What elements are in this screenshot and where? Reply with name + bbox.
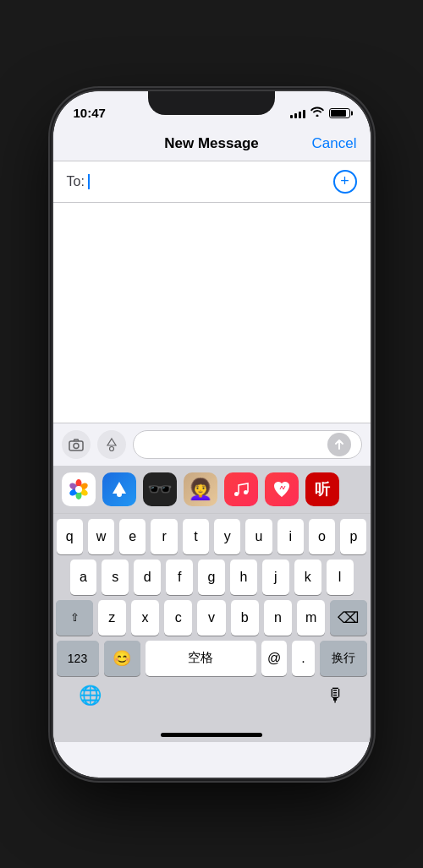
svg-rect-0 <box>69 441 83 450</box>
key-q[interactable]: q <box>57 519 83 554</box>
wifi-icon <box>310 106 324 119</box>
key-h[interactable]: h <box>230 560 257 595</box>
key-s[interactable]: s <box>102 560 129 595</box>
phone-frame: 10:47 <box>53 91 371 778</box>
return-key[interactable]: 换行 <box>320 641 367 676</box>
mic-button[interactable]: 🎙 <box>327 685 345 707</box>
to-label: To: <box>67 174 85 189</box>
message-input[interactable] <box>133 430 362 459</box>
bottom-bar: 🌐 🎙 <box>53 676 371 718</box>
key-d[interactable]: d <box>134 560 161 595</box>
keyboard-row-3: ⇧zxcvbnm⌫ <box>53 595 371 636</box>
battery-fill <box>331 110 347 117</box>
key-t[interactable]: t <box>183 519 209 554</box>
heartbreak-app-icon[interactable] <box>265 472 299 506</box>
music-app-icon[interactable] <box>224 472 258 506</box>
emoji-key[interactable]: 😊 <box>104 641 141 676</box>
memoji2-app-icon[interactable]: 👩‍🦱 <box>184 472 217 506</box>
key-m[interactable]: m <box>297 600 325 636</box>
ting-label: 听 <box>315 479 330 500</box>
shift-key[interactable]: ⇧ <box>56 600 92 636</box>
key-j[interactable]: j <box>262 560 289 595</box>
cancel-button[interactable]: Cancel <box>312 135 357 152</box>
key-c[interactable]: c <box>164 600 192 636</box>
key-w[interactable]: w <box>88 519 114 554</box>
status-icons <box>290 106 350 119</box>
header-title: New Message <box>164 135 259 152</box>
to-field[interactable]: To: + <box>53 161 371 203</box>
appstore-app-icon[interactable] <box>102 472 136 506</box>
app-row: 🕶️ 👩‍🦱 听 <box>53 466 371 514</box>
apps-button[interactable] <box>97 430 126 459</box>
message-area[interactable] <box>53 203 371 423</box>
key-z[interactable]: z <box>98 600 126 636</box>
key-k[interactable]: k <box>294 560 321 595</box>
ting-app-icon[interactable]: 听 <box>305 472 339 506</box>
key-y[interactable]: y <box>214 519 240 554</box>
globe-button[interactable]: 🌐 <box>79 685 102 707</box>
key-i[interactable]: i <box>277 519 304 554</box>
key-l[interactable]: l <box>327 560 354 595</box>
key-n[interactable]: n <box>264 600 292 636</box>
key-e[interactable]: e <box>119 519 146 554</box>
key-p[interactable]: p <box>340 519 366 554</box>
key-x[interactable]: x <box>131 600 159 636</box>
key-v[interactable]: v <box>197 600 225 636</box>
keyboard-row-4: 123 😊 空格 @ . 换行 <box>53 636 371 676</box>
photos-app-icon[interactable] <box>62 472 96 506</box>
at-key[interactable]: @ <box>261 641 288 676</box>
memoji1-app-icon[interactable]: 🕶️ <box>143 472 177 506</box>
send-button[interactable] <box>327 433 351 456</box>
svg-point-2 <box>109 446 113 450</box>
delete-key[interactable]: ⌫ <box>330 600 366 636</box>
svg-point-10 <box>75 486 82 493</box>
message-header: New Message Cancel <box>53 128 371 161</box>
battery-icon <box>329 108 350 118</box>
keyboard-row-2: asdfghjkl <box>53 554 371 595</box>
key-g[interactable]: g <box>198 560 225 595</box>
period-key[interactable]: . <box>292 641 314 676</box>
camera-button[interactable] <box>62 430 91 459</box>
svg-point-11 <box>117 492 122 497</box>
keyboard-row-1: qwertyuiop <box>53 514 371 554</box>
to-input-area[interactable] <box>88 174 333 189</box>
home-bar <box>161 733 262 737</box>
notch <box>148 91 275 115</box>
signal-bars-icon <box>290 108 305 118</box>
numbers-key[interactable]: 123 <box>57 641 99 676</box>
key-o[interactable]: o <box>309 519 335 554</box>
keyboard: qwertyuiop asdfghjkl ⇧zxcvbnm⌫ 123 😊 空格 … <box>53 514 371 742</box>
svg-point-1 <box>74 443 79 448</box>
cursor <box>88 174 90 189</box>
home-indicator <box>53 718 371 742</box>
message-toolbar <box>53 423 371 466</box>
key-f[interactable]: f <box>166 560 193 595</box>
add-contact-button[interactable]: + <box>333 170 357 194</box>
space-key[interactable]: 空格 <box>146 641 256 676</box>
key-b[interactable]: b <box>231 600 259 636</box>
screen: 10:47 <box>53 91 371 778</box>
key-a[interactable]: a <box>70 560 97 595</box>
key-u[interactable]: u <box>245 519 272 554</box>
status-time: 10:47 <box>74 106 106 120</box>
key-r[interactable]: r <box>151 519 177 554</box>
